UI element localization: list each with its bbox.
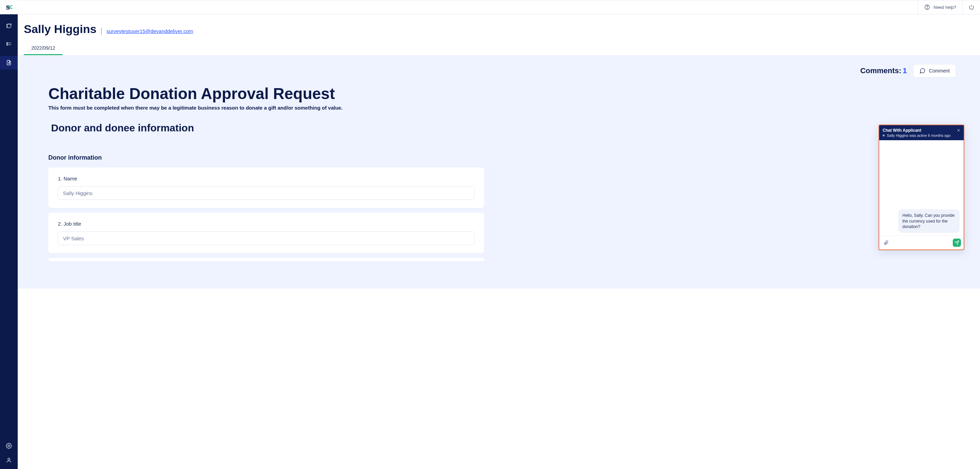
comments-label: Comments: [860,66,901,75]
chat-title: Chat With Applicant [883,128,960,133]
title-separator: | [101,27,102,35]
field-card-placeholder [48,258,484,261]
svg-rect-1 [6,44,8,45]
jobtitle-input[interactable] [58,231,474,245]
chat-panel: Chat With Applicant Sally Higgins was ac… [878,124,964,250]
sidebar-nav-list[interactable] [0,37,18,51]
comment-button[interactable]: Comment [913,64,956,78]
attach-button[interactable] [882,238,890,247]
sidebar: s< [0,0,18,469]
comments-row: Comments: 1 Comment [41,64,956,78]
name-input[interactable] [58,186,474,200]
close-icon [956,128,961,132]
form-area: Charitable Donation Approval Request Thi… [48,84,484,261]
list-icon [6,41,12,47]
chat-icon [6,23,12,29]
svg-point-7 [927,8,927,8]
nav-primary [0,19,18,70]
comments-count: 1 [903,66,907,75]
power-icon [969,4,975,10]
page-header: Sally Higgins | surveytestuser15@devandd… [18,14,980,55]
nav-secondary [0,440,18,466]
tab-date[interactable]: 2022/09/12 [24,42,63,55]
chat-close-button[interactable] [956,127,962,134]
file-export-icon [6,60,12,66]
chat-status-text: Sally Higgins was active 6 months ago [887,134,951,137]
topbar: Need help? [18,0,980,14]
svg-point-4 [8,445,10,447]
field-label-jobtitle: 2. Job title [58,221,474,227]
chat-status: Sally Higgins was active 6 months ago [883,134,960,137]
gear-icon [6,443,12,449]
field-card-name: 1. Name [48,167,484,208]
applicant-email-link[interactable]: surveytestuser15@devanddeliver.com [107,28,193,34]
comment-button-label: Comment [929,68,950,73]
status-dot-icon [883,134,885,137]
user-icon [6,457,12,463]
comments-summary: Comments: 1 [860,66,907,75]
form-subtitle: This form must be completed when there m… [48,105,484,111]
chat-input-bar [879,235,964,250]
subsection-title: Donor information [48,154,484,161]
comment-icon [920,68,926,74]
sidebar-nav-chat[interactable] [0,19,18,33]
tab-row: 2022/09/12 [24,42,974,55]
help-button[interactable]: Need help? [918,0,963,14]
sidebar-nav-file[interactable] [0,56,18,70]
field-label-name: 1. Name [58,176,474,181]
help-icon [924,4,930,10]
app-logo[interactable]: s< [0,0,18,14]
chat-body: Hello, Sally. Can you provide the curren… [879,140,964,235]
page-title: Sally Higgins [24,22,97,36]
paperclip-icon [883,240,889,245]
svg-point-5 [8,458,10,460]
sidebar-nav-profile[interactable] [0,454,18,466]
section-title: Donor and donee information [48,122,484,134]
send-button[interactable] [953,238,961,247]
field-cards: 1. Name 2. Job title [48,167,484,261]
page: Sally Higgins | surveytestuser15@devandd… [18,14,980,469]
form-title: Charitable Donation Approval Request [48,84,484,103]
chat-message: Hello, Sally. Can you provide the curren… [898,209,959,233]
logo-text: s< [6,3,12,11]
sidebar-nav-settings[interactable] [0,440,18,452]
svg-rect-0 [6,43,8,44]
field-card-jobtitle: 2. Job title [48,213,484,253]
send-icon [955,240,959,245]
logout-button[interactable] [962,0,980,14]
content: Comments: 1 Comment Charitable Donation … [18,55,980,289]
help-label: Need help? [934,5,956,10]
chat-header: Chat With Applicant Sally Higgins was ac… [879,125,964,140]
